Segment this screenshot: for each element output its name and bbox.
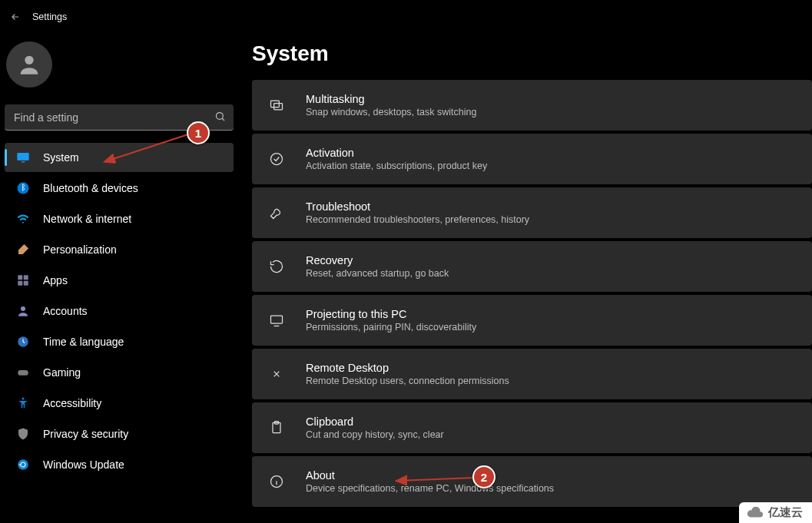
annotation-arrow-1 (100, 129, 200, 167)
card-recovery[interactable]: Recovery Reset, advanced startup, go bac… (252, 241, 812, 292)
annotation-arrow-2 (392, 472, 484, 487)
card-sub: Snap windows, desktops, task switching (306, 107, 476, 118)
sidebar: System Bluetooth & devices Network & int… (0, 34, 238, 523)
svg-line-22 (106, 134, 191, 161)
card-title: Clipboard (306, 415, 444, 428)
card-troubleshoot[interactable]: Troubleshoot Recommended troubleshooters… (252, 187, 812, 238)
page-title: System (252, 41, 812, 66)
annotation-badge-1: 1 (187, 121, 210, 144)
sidebar-item-label: Apps (43, 274, 68, 286)
card-title: Multitasking (306, 93, 476, 105)
svg-rect-8 (18, 281, 22, 286)
search-icon (214, 111, 226, 124)
gamepad-icon (15, 366, 31, 379)
brush-icon (15, 243, 31, 257)
sidebar-item-personalization[interactable]: Personalization (5, 235, 234, 264)
sidebar-item-label: Personalization (43, 243, 117, 256)
svg-rect-12 (18, 370, 28, 376)
svg-point-0 (25, 56, 33, 65)
svg-rect-9 (24, 281, 28, 286)
sidebar-item-label: System (43, 151, 79, 164)
svg-line-23 (398, 478, 475, 481)
card-projecting[interactable]: Projecting to this PC Permissions, pairi… (252, 295, 812, 346)
sidebar-item-privacy[interactable]: Privacy & security (5, 419, 234, 449)
sidebar-item-label: Privacy & security (43, 428, 128, 440)
sidebar-item-label: Windows Update (43, 458, 124, 471)
shield-icon (15, 427, 31, 441)
person-icon (16, 51, 42, 78)
title-bar: Settings (0, 0, 812, 34)
app-title: Settings (32, 12, 67, 22)
svg-rect-4 (22, 161, 25, 162)
project-icon (267, 313, 286, 328)
svg-rect-7 (24, 275, 28, 280)
wifi-icon (15, 212, 31, 226)
card-sub: Permissions, pairing PIN, discoverabilit… (306, 322, 476, 333)
info-icon (267, 474, 286, 489)
card-activation[interactable]: Activation Activation state, subscriptio… (252, 134, 812, 184)
svg-point-1 (217, 113, 224, 120)
annotation-badge-2: 2 (472, 465, 495, 488)
monitor-icon (15, 151, 31, 164)
sidebar-item-time-language[interactable]: Time & language (5, 327, 234, 356)
update-icon (15, 458, 31, 472)
card-sub: Recommended troubleshooters, preferences… (306, 214, 529, 225)
card-about[interactable]: About Device specifications, rename PC, … (252, 456, 812, 507)
card-sub: Cut and copy history, sync, clear (306, 429, 444, 440)
sidebar-item-label: Gaming (43, 366, 81, 379)
back-button[interactable] (6, 8, 25, 26)
card-multitasking[interactable]: Multitasking Snap windows, desktops, tas… (252, 80, 812, 131)
svg-rect-15 (271, 101, 280, 107)
sidebar-item-label: Network & internet (43, 213, 131, 225)
svg-rect-6 (18, 275, 22, 280)
card-title: Troubleshoot (306, 200, 529, 213)
apps-icon (15, 273, 31, 287)
svg-rect-18 (271, 316, 283, 323)
svg-point-13 (22, 398, 25, 400)
check-circle-icon (267, 151, 286, 167)
sidebar-item-gaming[interactable]: Gaming (5, 358, 234, 387)
sidebar-item-label: Accessibility (43, 397, 101, 409)
card-title: Recovery (306, 254, 449, 266)
card-remote-desktop[interactable]: Remote Desktop Remote Desktop users, con… (252, 349, 812, 399)
card-sub: Reset, advanced startup, go back (306, 268, 449, 279)
accessibility-icon (15, 396, 31, 410)
sidebar-nav: System Bluetooth & devices Network & int… (5, 143, 234, 479)
person-icon (15, 304, 31, 318)
multitask-icon (267, 98, 286, 113)
card-sub: Remote Desktop users, connection permiss… (306, 376, 509, 386)
sidebar-item-accessibility[interactable]: Accessibility (5, 389, 234, 418)
card-clipboard[interactable]: Clipboard Cut and copy history, sync, cl… (252, 402, 812, 453)
card-title: Projecting to this PC (306, 308, 476, 320)
sidebar-item-bluetooth[interactable]: Bluetooth & devices (5, 174, 234, 203)
arrow-left-icon (10, 12, 21, 22)
wrench-icon (267, 205, 286, 220)
card-title: Remote Desktop (306, 362, 509, 374)
svg-point-17 (271, 154, 283, 165)
sidebar-item-label: Bluetooth & devices (43, 182, 138, 194)
watermark: 亿速云 (739, 502, 812, 523)
clipboard-icon (267, 420, 286, 435)
main-content: System Multitasking Snap windows, deskto… (238, 34, 812, 523)
svg-point-10 (21, 306, 25, 311)
svg-rect-3 (18, 153, 29, 161)
svg-rect-16 (274, 104, 283, 110)
remote-icon (267, 366, 286, 382)
card-title: Activation (306, 147, 487, 159)
recovery-icon (267, 259, 286, 274)
sidebar-item-windows-update[interactable]: Windows Update (5, 450, 234, 479)
card-sub: Activation state, subscriptions, product… (306, 161, 487, 171)
watermark-text: 亿速云 (768, 505, 803, 520)
profile-block[interactable] (5, 38, 234, 101)
avatar (6, 41, 52, 88)
sidebar-item-label: Accounts (43, 305, 88, 317)
cloud-icon (747, 507, 764, 519)
sidebar-item-accounts[interactable]: Accounts (5, 296, 234, 326)
sidebar-item-network[interactable]: Network & internet (5, 204, 234, 233)
bluetooth-icon (15, 181, 31, 195)
clock-icon (15, 335, 31, 349)
settings-card-list: Multitasking Snap windows, desktops, tas… (252, 80, 812, 507)
sidebar-item-label: Time & language (43, 336, 124, 348)
sidebar-item-apps[interactable]: Apps (5, 266, 234, 295)
